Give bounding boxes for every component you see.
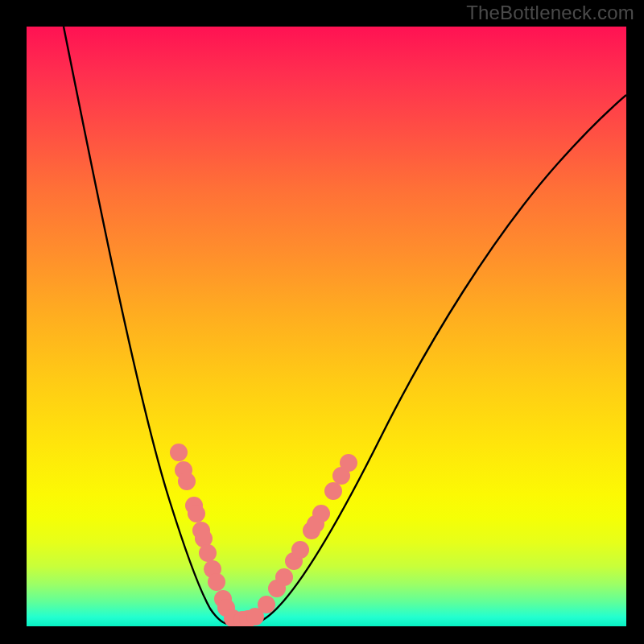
plot-area	[27, 27, 626, 626]
data-dot	[291, 541, 309, 559]
chart-frame: TheBottleneck.com	[0, 0, 644, 644]
data-dot	[258, 596, 275, 613]
data-dot	[199, 544, 217, 562]
chart-svg	[27, 27, 626, 626]
data-dot	[178, 473, 196, 490]
data-dot	[188, 505, 205, 522]
data-dot	[324, 482, 342, 500]
bottleneck-curve	[64, 27, 626, 625]
watermark-text: TheBottleneck.com	[466, 2, 634, 24]
data-dot	[170, 444, 188, 461]
data-dot	[275, 568, 293, 586]
data-dot	[312, 505, 330, 522]
data-dot	[208, 573, 225, 591]
data-dot	[340, 454, 357, 472]
